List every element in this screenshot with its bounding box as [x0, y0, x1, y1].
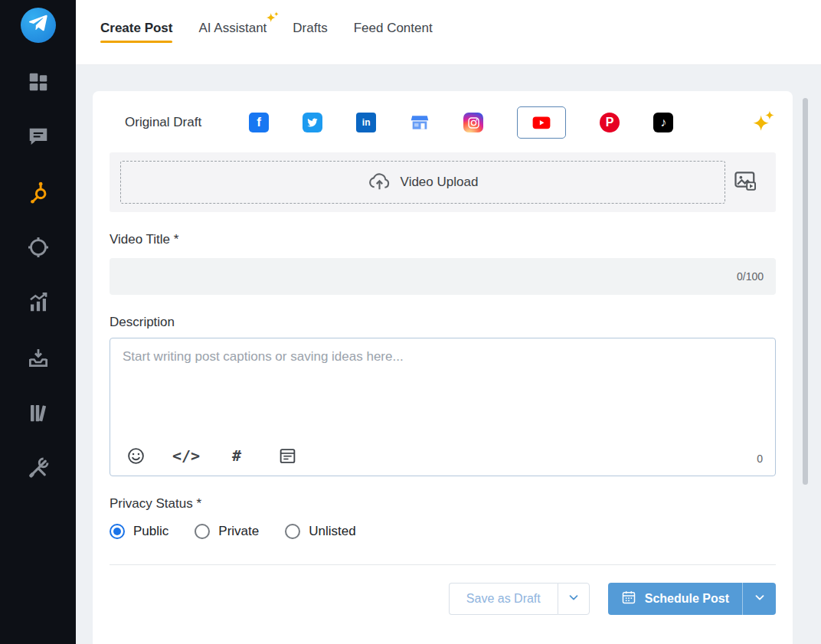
video-title-input[interactable]	[122, 269, 737, 284]
draft-version-label: Original Draft	[125, 115, 201, 130]
tab-drafts-label: Drafts	[293, 21, 327, 35]
description-label: Description	[110, 315, 776, 330]
description-toolbar: </> #	[126, 446, 297, 466]
radio-unlisted[interactable]: Unlisted	[285, 524, 355, 539]
main-panel: Create Post AI Assistant Drafts Feed Con…	[76, 0, 821, 644]
tools-icon	[27, 456, 50, 482]
video-upload-dropzone[interactable]: Video Upload	[120, 161, 725, 204]
facebook-glyph: f	[257, 115, 261, 130]
hub-network-icon	[27, 181, 50, 207]
platform-row: Original Draft f in P ♪	[110, 106, 776, 139]
linkedin-icon[interactable]: in	[356, 113, 376, 132]
tab-ai-assistant[interactable]: AI Assistant	[198, 21, 267, 43]
chevron-down-icon	[753, 590, 767, 607]
sidebar-item-inbox[interactable]	[21, 342, 56, 377]
radio-public-label: Public	[133, 524, 168, 539]
composer-footer: Save as Draft Schedule Post	[110, 564, 776, 633]
twitter-icon[interactable]	[303, 113, 322, 132]
sidebar-item-analytics[interactable]	[21, 286, 56, 322]
tab-create-post[interactable]: Create Post	[100, 21, 172, 43]
radio-unlisted-control[interactable]	[285, 524, 300, 539]
radio-public-control[interactable]	[110, 524, 125, 539]
sidebar-item-tools[interactable]	[21, 452, 56, 487]
radio-unlisted-label: Unlisted	[309, 524, 355, 539]
media-library-icon	[734, 169, 757, 195]
paper-plane-icon	[28, 14, 48, 37]
content-area: Original Draft f in P ♪	[76, 65, 821, 644]
schedule-post-split-button: Schedule Post	[608, 583, 776, 615]
target-circle-icon	[27, 236, 50, 262]
chevron-down-icon	[567, 590, 581, 607]
description-textarea[interactable]	[110, 338, 775, 429]
dashboard-grid-icon	[27, 70, 50, 96]
video-title-label: Video Title *	[110, 232, 776, 247]
radio-private-label: Private	[218, 524, 259, 539]
video-upload-label: Video Upload	[401, 175, 479, 190]
sidebar-item-content-library[interactable]	[21, 397, 56, 432]
post-template-icon[interactable]	[277, 446, 297, 466]
calendar-icon	[621, 590, 636, 608]
post-composer-card: Original Draft f in P ♪	[93, 91, 793, 644]
video-title-label-text: Video Title	[110, 232, 170, 247]
cloud-upload-icon	[368, 169, 391, 195]
tab-create-post-label: Create Post	[100, 21, 172, 35]
books-icon	[27, 401, 50, 427]
youtube-icon	[532, 113, 551, 132]
sidebar-item-conversations[interactable]	[21, 121, 56, 156]
chat-bubble-icon	[27, 126, 50, 152]
radio-private-control[interactable]	[195, 524, 210, 539]
tab-bar: Create Post AI Assistant Drafts Feed Con…	[76, 0, 821, 65]
save-draft-button[interactable]: Save as Draft	[449, 583, 558, 615]
video-title-input-wrap: 0/100	[110, 258, 776, 295]
bar-chart-icon	[27, 291, 50, 317]
tab-feed-content-label: Feed Content	[354, 21, 433, 35]
privacy-status-label: Privacy Status *	[110, 496, 776, 512]
required-asterisk: *	[174, 232, 179, 247]
linkedin-glyph: in	[362, 117, 371, 128]
schedule-post-dropdown[interactable]	[742, 583, 776, 615]
hashtag-icon[interactable]: #	[227, 446, 247, 466]
save-draft-label: Save as Draft	[466, 592, 541, 606]
sidebar-item-dashboard[interactable]	[21, 66, 56, 101]
code-snippet-icon[interactable]: </>	[176, 446, 196, 466]
radio-private[interactable]: Private	[195, 524, 259, 539]
radio-public[interactable]: Public	[110, 524, 168, 539]
ai-sparkle-icon[interactable]	[753, 110, 776, 136]
instagram-icon[interactable]	[463, 113, 483, 132]
description-box: </> # 0	[110, 338, 776, 476]
description-char-counter: 0	[757, 453, 763, 465]
save-draft-dropdown[interactable]	[558, 583, 590, 615]
emoji-icon[interactable]	[126, 446, 146, 466]
google-business-icon[interactable]	[410, 113, 430, 132]
scrollbar-thumb[interactable]	[803, 98, 808, 485]
tab-drafts[interactable]: Drafts	[293, 21, 327, 43]
schedule-post-label: Schedule Post	[645, 592, 729, 606]
platform-tabs: f in P ♪	[249, 106, 753, 139]
sidebar-item-social-hub[interactable]	[21, 176, 56, 211]
title-char-counter: 0/100	[737, 270, 764, 283]
required-asterisk: *	[196, 496, 201, 511]
save-draft-split-button: Save as Draft	[449, 583, 590, 615]
pinterest-icon[interactable]: P	[600, 113, 620, 132]
sidebar	[0, 0, 76, 644]
schedule-post-button[interactable]: Schedule Post	[608, 583, 742, 615]
tiktok-glyph: ♪	[660, 116, 666, 129]
tiktok-icon[interactable]: ♪	[653, 113, 673, 132]
upload-strip: Video Upload	[110, 152, 776, 212]
inbox-download-icon	[27, 346, 50, 372]
tab-feed-content[interactable]: Feed Content	[354, 21, 433, 43]
facebook-icon[interactable]: f	[249, 113, 269, 132]
privacy-radio-group: Public Private Unlisted	[110, 524, 776, 539]
sparkle-icon	[266, 11, 280, 28]
youtube-tab-selected[interactable]	[517, 106, 566, 139]
app-logo[interactable]	[21, 8, 56, 43]
privacy-status-label-text: Privacy Status	[110, 496, 193, 511]
tab-ai-assistant-label: AI Assistant	[198, 21, 267, 35]
media-library-button[interactable]	[725, 169, 765, 195]
pinterest-glyph: P	[606, 116, 614, 129]
sidebar-item-target[interactable]	[21, 231, 56, 266]
